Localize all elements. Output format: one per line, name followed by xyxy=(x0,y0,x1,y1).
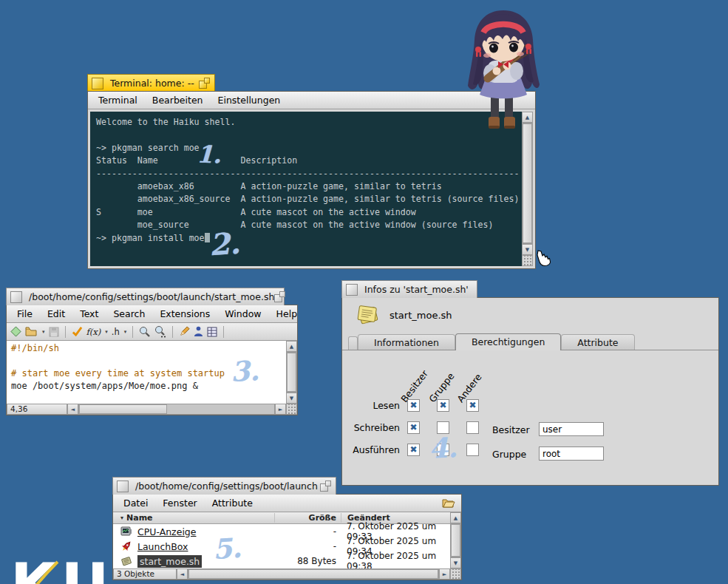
scroll-right-button[interactable]: ► xyxy=(439,568,450,580)
menu-search[interactable]: Search xyxy=(106,306,152,322)
checkbox-ausfuehren-besitzer[interactable]: ✖ xyxy=(407,444,420,456)
scroll-down-button[interactable]: ▼ xyxy=(286,393,297,404)
menu-extensions[interactable]: Extensions xyxy=(152,306,217,322)
menu-einstellungen[interactable]: Einstellungen xyxy=(211,92,288,108)
horizontal-scroll-track[interactable] xyxy=(78,404,275,415)
cursor-position-indicator: 4,36 xyxy=(7,404,67,415)
header-dropdown-arrow-icon[interactable]: ▾ xyxy=(124,329,127,335)
terminal-window-tab[interactable]: Terminal: home: -- xyxy=(87,74,215,92)
file-list: CPU-Anzeige - 7. Oktober 2025 um 09:33 L… xyxy=(113,524,450,568)
info-file-header: start_moe.sh xyxy=(342,298,718,332)
column-header-groesse[interactable]: Größe xyxy=(274,513,341,523)
menu-attribute[interactable]: Attribute xyxy=(205,495,260,511)
menu-terminal[interactable]: Terminal xyxy=(91,92,145,108)
horizontal-scroll-track[interactable] xyxy=(188,568,439,580)
scroll-left-button[interactable]: ◄ xyxy=(177,568,188,580)
table-icon[interactable] xyxy=(207,327,217,337)
open-dropdown-arrow-icon[interactable]: ▾ xyxy=(42,329,45,335)
resize-grip[interactable] xyxy=(450,568,461,580)
owner-input[interactable] xyxy=(539,422,604,436)
save-icon-disabled[interactable] xyxy=(49,327,59,337)
menu-datei[interactable]: Datei xyxy=(116,495,155,511)
sort-arrow-icon: ▾ xyxy=(120,515,123,521)
up-arrow-icon: ▲ xyxy=(290,344,293,350)
editor-window-tab[interactable]: /boot/home/config/settings/boot/launch/s… xyxy=(6,288,285,305)
checkbox-lesen-andere[interactable]: ✖ xyxy=(466,399,479,412)
scroll-down-button[interactable]: ▼ xyxy=(522,244,533,255)
menu-text[interactable]: Text xyxy=(72,306,106,322)
scroll-track[interactable] xyxy=(522,123,533,244)
tab-stub xyxy=(348,336,358,350)
permissions-panel: Besitzer Gruppe Andere Lesen ✖ ✖ ✖ Schre… xyxy=(342,350,718,485)
open-folder-icon[interactable] xyxy=(441,497,455,509)
scroll-thumb[interactable] xyxy=(451,524,460,557)
down-arrow-icon: ▼ xyxy=(454,560,457,566)
function-dropdown-arrow-icon[interactable]: ▾ xyxy=(105,329,108,335)
code-line-1: #!/bin/sh xyxy=(11,342,282,355)
row-label-schreiben: Schreiben xyxy=(342,422,400,433)
close-button[interactable] xyxy=(92,78,103,89)
editor-vertical-scrollbar[interactable]: ▲ ▼ xyxy=(286,341,297,404)
tracker-window-tab[interactable]: /boot/home/config/settings/boot/launch xyxy=(112,477,336,495)
zoom-button[interactable] xyxy=(320,481,331,492)
new-document-icon[interactable] xyxy=(10,326,21,337)
close-button[interactable] xyxy=(346,284,358,296)
person-icon[interactable] xyxy=(194,326,203,337)
menu-edit[interactable]: Edit xyxy=(40,306,72,322)
menu-window[interactable]: Window xyxy=(217,306,268,322)
scroll-up-button[interactable]: ▲ xyxy=(286,341,297,352)
hand-cursor xyxy=(535,250,552,267)
checkbox-lesen-besitzer[interactable]: ✖ xyxy=(407,399,420,412)
scroll-up-button[interactable]: ▲ xyxy=(450,512,461,523)
logo-leaf-stroke xyxy=(31,560,65,584)
scroll-thumb[interactable] xyxy=(79,404,167,414)
tab-informationen[interactable]: Informationen xyxy=(358,334,455,350)
editor-statusbar: 4,36 ◄ ► xyxy=(7,404,297,415)
file-size: 88 Bytes xyxy=(274,556,341,566)
scroll-track[interactable] xyxy=(286,352,297,393)
file-name-selected[interactable]: start_moe.sh xyxy=(137,555,202,568)
checkbox-schreiben-andere[interactable] xyxy=(466,421,479,434)
info-window-tab[interactable]: Infos zu 'start_moe.sh' xyxy=(341,280,477,298)
header-popup-label[interactable]: .h xyxy=(112,327,120,337)
file-name[interactable]: LaunchBox xyxy=(137,541,188,552)
tracker-vertical-scrollbar[interactable]: ▲ ▼ xyxy=(450,512,461,568)
checkbox-schreiben-besitzer[interactable]: ✖ xyxy=(407,421,420,434)
scroll-down-button[interactable]: ▼ xyxy=(450,557,461,568)
scroll-left-button[interactable]: ◄ xyxy=(67,404,78,415)
menu-file[interactable]: File xyxy=(10,306,40,322)
group-input[interactable] xyxy=(539,447,604,461)
editor-toolbar: ▾ f(x) ▾ .h ▾ xyxy=(7,323,297,341)
column-header-name[interactable]: ▾Name xyxy=(113,513,274,523)
zoom-button[interactable] xyxy=(274,291,285,302)
tab-berechtigungen[interactable]: Berechtigungen xyxy=(455,333,561,350)
checkbox-ausfuehren-andere[interactable] xyxy=(466,444,479,456)
rocket-icon xyxy=(120,540,132,552)
close-button[interactable] xyxy=(117,481,129,492)
close-button[interactable] xyxy=(10,291,22,303)
scroll-thumb[interactable] xyxy=(523,123,532,243)
check-syntax-icon[interactable] xyxy=(72,326,83,337)
function-popup-label[interactable]: f(x) xyxy=(86,327,101,337)
table-row-start-moe-selected[interactable]: start_moe.sh 88 Bytes 7. Oktober 2025 um… xyxy=(113,554,450,568)
find-next-icon[interactable] xyxy=(154,326,166,338)
check-x-icon: ✖ xyxy=(469,400,476,411)
scroll-right-button[interactable]: ► xyxy=(275,404,286,415)
file-name[interactable]: CPU-Anzeige xyxy=(137,526,196,537)
zoom-button[interactable] xyxy=(199,78,210,89)
menu-help[interactable]: Help xyxy=(269,306,305,322)
scroll-track[interactable] xyxy=(450,523,461,557)
tab-attribute[interactable]: Attribute xyxy=(561,334,634,350)
open-folder-icon[interactable] xyxy=(25,326,38,337)
resize-grip[interactable] xyxy=(286,404,297,415)
menu-bearbeiten[interactable]: Bearbeiten xyxy=(145,92,211,108)
terminal-vertical-scrollbar[interactable]: ▲ ▼ xyxy=(522,112,533,266)
pencil-icon[interactable] xyxy=(179,326,190,337)
checkbox-lesen-gruppe[interactable]: ✖ xyxy=(437,399,449,412)
find-icon[interactable] xyxy=(139,326,151,338)
resize-grip[interactable] xyxy=(522,255,533,266)
terminal-screen[interactable]: Welcome to the Haiku shell. ~> pkgman se… xyxy=(90,112,522,266)
scroll-thumb[interactable] xyxy=(287,353,296,392)
scroll-thumb[interactable] xyxy=(188,569,438,579)
menu-fenster[interactable]: Fenster xyxy=(155,495,204,511)
